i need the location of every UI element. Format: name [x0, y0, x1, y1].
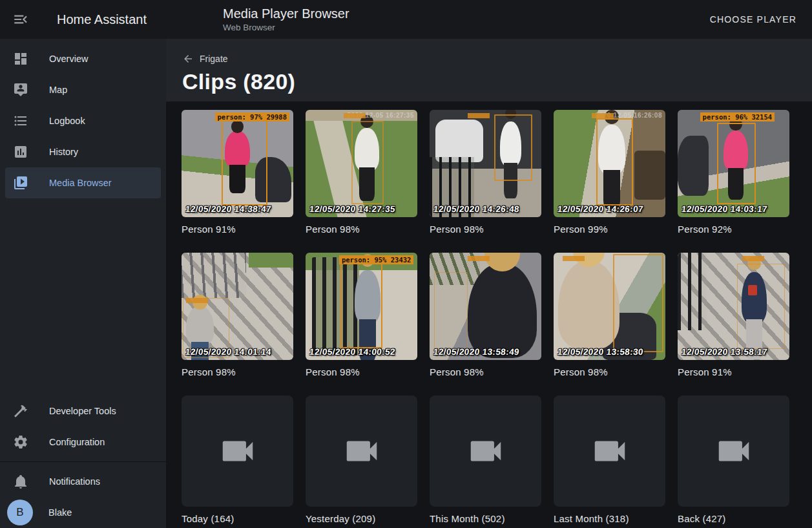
sidebar-item-label: Developer Tools [49, 406, 116, 416]
clip-label: Person 92% [678, 224, 789, 235]
clip-timestamp: 12/05/2020 13:58:17 [681, 347, 768, 357]
clip-label: Person 98% [430, 224, 541, 235]
sidebar-item-logbook[interactable]: Logbook [0, 105, 166, 136]
scene-decor [435, 120, 483, 162]
sidebar-item-notifications[interactable]: Notifications [0, 466, 166, 497]
clip-timestamp: 12/05/2020 14:38:47 [185, 204, 272, 214]
detection-box [613, 254, 663, 353]
clip-card[interactable]: person: 95% 23432 12/05/2020 14:00:52 Pe… [306, 253, 417, 377]
breadcrumb[interactable]: Frigate [182, 53, 228, 65]
clip-card[interactable]: 12/05/2020 14:01:14 Person 98% [182, 253, 293, 377]
scene-decor [249, 253, 293, 268]
clip-card[interactable]: 2020-12-05 16:27:35 12/05/2020 14:27:35 … [306, 110, 417, 235]
person-figure [558, 261, 619, 349]
video-icon [218, 431, 258, 471]
clip-label: Person 99% [554, 224, 665, 235]
video-icon [714, 431, 754, 471]
panel-title-block: Media Player Browser Web Browser [223, 6, 349, 32]
clip-thumbnail: person: 96% 32154 12/05/2020 14:03:17 [678, 110, 789, 217]
clip-card[interactable]: 2020-12-05 16:26:08 12/05/2020 14:26:07 … [554, 110, 665, 235]
sidebar-item-label: Overview [49, 54, 88, 64]
folder-label: Last Month (318) [554, 513, 665, 524]
clip-card[interactable]: 12/05/2020 13:58:30 Person 98% [554, 253, 665, 377]
folder-thumbnail [678, 396, 789, 507]
detection-box [351, 121, 384, 204]
page-title: Clips (820) [182, 69, 812, 94]
clip-label: Person 98% [430, 366, 541, 377]
sidebar-item-label: Notifications [49, 476, 100, 487]
clip-card[interactable]: person: 97% 29988 12/05/2020 14:38:47 Pe… [182, 110, 293, 235]
panel-subtitle: Web Browser [223, 23, 349, 32]
clip-card[interactable]: 12/05/2020 13:58:17 Person 91% [678, 253, 789, 377]
detection-box [737, 264, 785, 350]
detection-chip: person: 96% 32154 [700, 112, 775, 121]
sidebar-item-overview[interactable]: Overview [0, 43, 166, 74]
breadcrumb-label: Frigate [200, 54, 228, 64]
app-title: Home Assistant [57, 0, 147, 39]
sidebar-item-label: History [49, 147, 78, 157]
clip-label: Person 98% [306, 224, 417, 235]
main-content: Frigate Clips (820) person: 97% 29988 12… [166, 39, 812, 528]
detection-chip [344, 113, 366, 118]
top-bar: Home Assistant Media Player Browser Web … [0, 0, 812, 39]
video-icon [466, 431, 506, 471]
scene-decor [678, 253, 707, 330]
folder-label: Today (164) [182, 513, 293, 524]
sidebar: Overview Map Logbook History Media Brows… [0, 39, 166, 528]
scene-decor [678, 136, 709, 196]
sidebar-item-media-browser[interactable]: Media Browser [5, 167, 161, 198]
choose-player-button[interactable]: CHOOSE PLAYER [705, 0, 802, 39]
clip-card[interactable]: 12/05/2020 13:58:49 Person 98% [430, 253, 541, 377]
detection-box [596, 118, 633, 205]
video-icon [342, 431, 382, 471]
list-bulleted-icon [13, 113, 28, 129]
folder-card-today[interactable]: Today (164) [182, 396, 293, 524]
clip-thumbnail: 12/05/2020 13:58:49 [430, 253, 541, 360]
sidebar-item-label: Configuration [49, 437, 105, 447]
clip-card[interactable]: person: 96% 32154 12/05/2020 14:03:17 Pe… [678, 110, 789, 235]
menu-open-icon[interactable] [12, 12, 30, 27]
folder-card-last-month[interactable]: Last Month (318) [554, 396, 665, 524]
detection-box [494, 114, 532, 181]
tooltip-account-icon [13, 82, 28, 98]
sidebar-item-map[interactable]: Map [0, 74, 166, 105]
user-name: Blake [48, 507, 72, 518]
clip-thumbnail: 2020-12-05 16:27:35 12/05/2020 14:27:35 [306, 110, 417, 217]
arrow-left-icon [182, 53, 194, 65]
detection-box [222, 118, 267, 205]
dashboard-icon [13, 51, 28, 67]
video-icon [590, 431, 630, 471]
folder-thumbnail [430, 396, 541, 507]
person-figure [468, 264, 537, 358]
sidebar-item-configuration[interactable]: Configuration [0, 427, 166, 458]
media-browser-header: Frigate Clips (820) [166, 39, 812, 101]
clip-thumbnail: person: 95% 23432 12/05/2020 14:00:52 [306, 253, 417, 360]
clip-timestamp: 12/05/2020 14:26:07 [557, 204, 644, 214]
sidebar-item-history[interactable]: History [0, 136, 166, 167]
sidebar-divider [0, 461, 166, 462]
detection-box [340, 262, 383, 348]
clip-label: Person 98% [554, 366, 665, 377]
sidebar-item-profile[interactable]: B Blake [0, 497, 166, 528]
detection-chip [468, 256, 490, 261]
clip-timestamp: 12/05/2020 13:58:49 [433, 347, 520, 357]
clip-thumbnail: 12/05/2020 14:01:14 [182, 253, 293, 360]
detection-chip [186, 298, 208, 303]
sidebar-item-developer-tools[interactable]: Developer Tools [0, 396, 166, 427]
folder-card-this-month[interactable]: This Month (502) [430, 396, 541, 524]
scene-decor [634, 151, 665, 200]
bell-icon [13, 474, 28, 489]
folder-card-back[interactable]: Back (427) [678, 396, 789, 524]
clip-card[interactable]: 12/05/2020 14:26:48 Person 98% [430, 110, 541, 235]
chart-box-icon [13, 144, 28, 160]
sidebar-item-label: Map [49, 85, 67, 95]
clip-label: Person 98% [306, 366, 417, 377]
folder-card-yesterday[interactable]: Yesterday (209) [306, 396, 417, 524]
clip-label: Person 98% [182, 366, 293, 377]
clip-timestamp: 12/05/2020 14:26:48 [433, 204, 520, 214]
clip-timestamp: 12/05/2020 14:00:52 [309, 347, 396, 357]
clip-thumbnail: 12/05/2020 14:26:48 [430, 110, 541, 217]
folder-thumbnail [182, 396, 293, 507]
clip-timestamp: 12/05/2020 14:27:35 [309, 204, 396, 214]
clip-timestamp: 12/05/2020 14:01:14 [185, 347, 272, 357]
